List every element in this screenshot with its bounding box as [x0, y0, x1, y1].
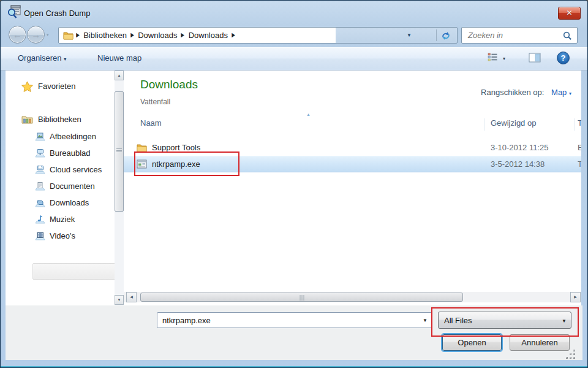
search-icon [563, 31, 572, 40]
column-header-naam[interactable]: Naam [140, 118, 162, 128]
scrollbar-thumb[interactable] [140, 293, 463, 302]
column-divider[interactable] [484, 118, 485, 131]
open-button[interactable]: Openen [442, 334, 502, 351]
chevron-down-icon: ▾ [64, 56, 66, 62]
cloud-library-icon [35, 165, 45, 174]
folder-icon [63, 31, 74, 40]
new-folder-label: Nieuwe map [97, 53, 141, 63]
file-modified: 3-5-2012 14:38 [491, 159, 545, 169]
search-input[interactable]: Zoeken in [461, 27, 578, 44]
star-icon [21, 81, 33, 92]
filetype-select[interactable]: All Files ▼ [438, 312, 571, 329]
back-button[interactable]: ← [9, 26, 26, 44]
scroll-left-button[interactable]: ◀ [126, 292, 137, 302]
back-arrow-icon: ← [13, 29, 22, 40]
organize-button[interactable]: Organiseren ▾ [18, 53, 66, 63]
documents-library-icon [35, 182, 45, 191]
scroll-up-button[interactable]: ▲ [115, 71, 124, 80]
column-header-gewijzigd-op[interactable]: Gewijzigd op [491, 118, 536, 128]
filename-input[interactable]: ntkrpamp.exe ▼ [157, 312, 432, 328]
new-folder-button[interactable]: Nieuwe map [97, 53, 141, 63]
open-button-label: Openen [458, 338, 486, 347]
column-header-type[interactable]: Type [578, 118, 581, 128]
sort-ascending-icon: ▲ [306, 112, 311, 117]
crumb-separator-icon: ▶ [130, 32, 134, 39]
resize-grip[interactable] [565, 350, 575, 359]
sidebar-item-label: Documenten [50, 182, 95, 191]
desktop-library-icon [35, 148, 45, 158]
sidebar-item-bibliotheken[interactable]: Bibliotheken [6, 112, 115, 127]
sidebar-item-documenten[interactable]: Documenten [6, 178, 115, 194]
help-button[interactable]: ? [557, 52, 570, 64]
folder-title: Downloads [140, 78, 198, 91]
arrange-by-label: Rangschikken op: [481, 88, 544, 97]
scrollbar-thumb[interactable] [115, 91, 124, 212]
cancel-button[interactable]: Annuleren [510, 334, 570, 351]
file-list-horizontal-scrollbar[interactable]: ◀ ▶ [124, 292, 581, 302]
chevron-down-icon[interactable]: ▾ [569, 91, 571, 96]
sidebar-item-label: Video's [50, 231, 75, 240]
dialog-footer: Bestandsnaam: ntkrpamp.exe ▼ All Files ▼… [6, 305, 582, 360]
window-bottom-edge [1, 366, 587, 367]
downloads-library-icon [35, 198, 45, 207]
organize-label: Organiseren [18, 53, 62, 63]
sidebar-item-label: Cloud services [50, 165, 102, 174]
filetype-value: All Files [444, 316, 472, 325]
videos-library-icon [35, 231, 45, 240]
refresh-icon[interactable] [441, 31, 451, 40]
sidebar-scrollbar[interactable]: ▲ ▼ [115, 71, 124, 305]
libraries-icon [21, 115, 33, 124]
file-name: ntkrpamp.exe [152, 159, 200, 169]
sidebar-item-label: Bureaublad [50, 148, 91, 158]
music-library-icon [35, 215, 45, 224]
column-divider[interactable] [574, 118, 575, 131]
scroll-up-icon: ▲ [118, 74, 121, 77]
help-icon: ? [561, 53, 566, 63]
folder-icon [137, 144, 147, 152]
forward-button[interactable]: → [27, 26, 45, 44]
app-windbg-icon [7, 5, 21, 19]
sidebar-item-bureaublad[interactable]: Bureaublad [6, 145, 115, 161]
arrange-by-value[interactable]: Map [551, 88, 567, 97]
sidebar-item-afbeeldingen[interactable]: Afbeeldingen [6, 129, 115, 144]
file-list-pane: Downloads Vattenfall Rangschikken op: Ma… [124, 71, 581, 305]
folder-subtitle: Vattenfall [140, 98, 170, 106]
sidebar-item-cloud-services[interactable]: Cloud services [6, 162, 115, 177]
address-dropdown-icon[interactable]: ▼ [402, 30, 417, 40]
crumb-separator-icon: ▶ [181, 32, 185, 39]
scroll-down-icon: ▼ [118, 298, 121, 302]
sidebar-item-muziek[interactable]: Muziek [6, 212, 115, 227]
crumb-separator-icon: ▶ [76, 32, 80, 39]
breadcrumb: ▶ Bibliotheken ▶ Downloads ▶ Downloads ▶ [59, 28, 336, 43]
address-bar[interactable]: ▶ Bibliotheken ▶ Downloads ▶ Downloads ▶… [58, 27, 458, 44]
close-button[interactable]: ✕ [558, 7, 581, 20]
sidebar-item-label: Afbeeldingen [50, 132, 96, 141]
breadcrumb-item-downloads[interactable]: Downloads [134, 31, 181, 40]
sidebar-item-label: Downloads [50, 198, 89, 207]
views-button[interactable] [488, 53, 497, 64]
scroll-right-button[interactable]: ▶ [570, 292, 581, 302]
breadcrumb-item-downloads-2[interactable]: Downloads [185, 31, 232, 40]
file-name: Support Tools [152, 143, 200, 152]
sidebar-item-favorieten[interactable]: Favorieten [6, 79, 115, 94]
divider [436, 29, 437, 41]
chevron-down-icon[interactable]: ▼ [423, 318, 428, 323]
sidebar-selection-highlight [32, 263, 117, 280]
close-icon: ✕ [566, 9, 572, 17]
sidebar-item-downloads[interactable]: Downloads [6, 195, 115, 210]
sidebar-item-videos[interactable]: Video's [6, 228, 115, 243]
file-row-ntkrpamp-exe[interactable]: ntkrpamp.exe 3-5-2012 14:38 Toepassing [124, 156, 581, 172]
scroll-down-button[interactable]: ▼ [115, 295, 124, 305]
titlebar: Open Crash Dump ✕ [1, 1, 587, 24]
preview-pane-icon[interactable] [529, 53, 541, 63]
file-row-support-tools[interactable]: Support Tools 3-10-2012 11:25 Bestandsma… [124, 139, 581, 156]
breadcrumb-item-bibliotheken[interactable]: Bibliotheken [80, 31, 130, 40]
views-dropdown-icon[interactable]: ▾ [503, 56, 505, 61]
recent-pages-chevron-icon[interactable]: ▾ [47, 33, 49, 37]
sidebar-item-label: Favorieten [38, 82, 75, 91]
file-modified: 3-10-2012 11:25 [491, 143, 548, 152]
file-type: Bestandsmap [578, 143, 581, 152]
sidebar-item-label: Bibliotheken [38, 115, 81, 124]
window-title: Open Crash Dump [24, 9, 90, 18]
file-type: Toepassing [578, 159, 581, 169]
